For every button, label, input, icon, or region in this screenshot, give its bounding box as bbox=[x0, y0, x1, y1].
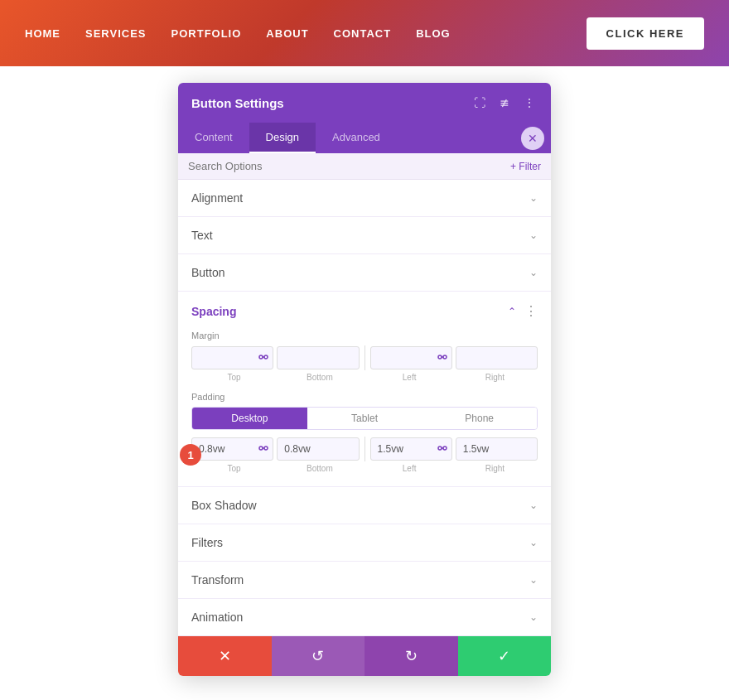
svg-point-0 bbox=[259, 355, 263, 359]
padding-link-left-icon bbox=[258, 444, 268, 454]
accordion-spacing-header[interactable]: Spacing ⌃ ⋮ bbox=[178, 292, 551, 331]
accordion-button-header[interactable]: Button ⌄ bbox=[178, 254, 551, 291]
tab-content[interactable]: Content bbox=[178, 123, 249, 153]
margin-right-input[interactable] bbox=[456, 346, 538, 369]
accordion-alignment-chevron: ⌄ bbox=[529, 192, 538, 204]
margin-left-field bbox=[370, 346, 452, 369]
accordion-animation-label: Animation bbox=[191, 611, 243, 624]
accordion-animation-chevron: ⌄ bbox=[529, 611, 538, 623]
accordion-filters: Filters ⌄ bbox=[178, 524, 551, 562]
panel-header-icons: ⛶ ≢ ⋮ bbox=[471, 94, 538, 111]
svg-point-7 bbox=[264, 447, 268, 450]
padding-right-label: Right bbox=[452, 464, 538, 473]
nav-about[interactable]: About bbox=[266, 27, 308, 40]
accordion-alignment-label: Alignment bbox=[191, 191, 243, 205]
accordion-button: Button ⌄ bbox=[178, 254, 551, 292]
nav-contact[interactable]: Contact bbox=[334, 27, 392, 40]
spacing-more-icon[interactable]: ⋮ bbox=[524, 303, 538, 319]
nav-home[interactable]: Home bbox=[25, 27, 60, 40]
panel-close-button[interactable]: ✕ bbox=[521, 127, 544, 150]
padding-device-tabs: Desktop Tablet Phone bbox=[191, 407, 538, 430]
padding-bottom-label: Bottom bbox=[277, 464, 362, 473]
padding-divider bbox=[364, 437, 365, 461]
accordion-box-shadow-header[interactable]: Box Shadow ⌄ bbox=[178, 487, 551, 524]
filter-button[interactable]: + Filter bbox=[510, 161, 541, 172]
margin-divider bbox=[364, 345, 365, 370]
margin-bottom-label: Bottom bbox=[277, 373, 362, 382]
padding-bottom-input[interactable] bbox=[277, 437, 359, 461]
padding-top-label: Top bbox=[191, 464, 277, 473]
accordion-box-shadow-chevron: ⌄ bbox=[529, 500, 538, 511]
nav-blog[interactable]: Blog bbox=[416, 27, 451, 40]
accordion-alignment: Alignment ⌄ bbox=[178, 180, 551, 217]
device-tab-phone[interactable]: Phone bbox=[422, 408, 537, 429]
accordion-button-label: Button bbox=[191, 266, 224, 279]
padding-fields-row bbox=[191, 437, 538, 461]
accordion-text-header[interactable]: Text ⌄ bbox=[178, 217, 551, 253]
accordion-transform-header[interactable]: Transform ⌄ bbox=[178, 562, 551, 598]
accordion-filters-label: Filters bbox=[191, 536, 223, 549]
margin-right-label: Right bbox=[452, 373, 538, 382]
columns-icon[interactable]: ≢ bbox=[496, 94, 513, 111]
panel-footer: ✕ ↺ ↻ ✓ bbox=[178, 636, 551, 676]
accordion-spacing-label: Spacing bbox=[191, 305, 236, 318]
fullscreen-icon[interactable]: ⛶ bbox=[471, 94, 488, 111]
main-area: Button Settings ⛶ ≢ ⋮ Content Design Adv… bbox=[0, 66, 729, 700]
padding-left-label: Left bbox=[367, 464, 452, 473]
footer-undo-button[interactable]: ↺ bbox=[272, 636, 365, 676]
svg-point-3 bbox=[438, 355, 442, 359]
margin-bottom-input[interactable] bbox=[277, 346, 359, 369]
footer-confirm-button[interactable]: ✓ bbox=[458, 636, 552, 676]
accordion-animation: Animation ⌄ bbox=[178, 599, 551, 636]
padding-left-field bbox=[370, 437, 452, 461]
panel-tabs-row: Content Design Advanced ✕ bbox=[178, 123, 551, 153]
nav-cta-button[interactable]: Click Here bbox=[587, 17, 704, 50]
panel-scroll-area[interactable]: Alignment ⌄ Text ⌄ Button ⌄ bbox=[178, 180, 551, 636]
search-options-input[interactable] bbox=[188, 160, 504, 172]
footer-redo-button[interactable]: ↻ bbox=[364, 636, 458, 676]
svg-point-9 bbox=[438, 447, 442, 450]
margin-bottom-field bbox=[277, 346, 359, 369]
accordion-text: Text ⌄ bbox=[178, 217, 551, 254]
svg-point-6 bbox=[259, 447, 263, 450]
margin-field-labels: Top Bottom Left Right bbox=[191, 373, 538, 382]
spacing-header-icons: ⌃ ⋮ bbox=[508, 303, 538, 319]
spacing-section-content: Margin bbox=[178, 331, 551, 486]
accordion-button-chevron: ⌄ bbox=[529, 267, 538, 278]
accordion-box-shadow: Box Shadow ⌄ bbox=[178, 487, 551, 524]
footer-cancel-button[interactable]: ✕ bbox=[178, 636, 272, 676]
accordion-text-label: Text bbox=[191, 229, 213, 242]
padding-label: Padding bbox=[191, 392, 538, 402]
tab-design[interactable]: Design bbox=[249, 123, 316, 153]
nav-portfolio[interactable]: Portfolio bbox=[171, 27, 242, 40]
device-tab-desktop[interactable]: Desktop bbox=[192, 408, 307, 429]
padding-fields-wrapper: 1 bbox=[191, 437, 538, 473]
margin-right-field bbox=[456, 346, 538, 369]
svg-point-1 bbox=[264, 355, 268, 359]
tab-advanced[interactable]: Advanced bbox=[316, 123, 397, 153]
padding-link-right-icon bbox=[437, 444, 447, 454]
nav-services[interactable]: Services bbox=[85, 27, 147, 40]
device-tab-tablet[interactable]: Tablet bbox=[307, 408, 422, 429]
margin-group: Margin bbox=[191, 331, 538, 382]
accordion-box-shadow-label: Box Shadow bbox=[191, 499, 257, 512]
accordion-animation-header[interactable]: Animation ⌄ bbox=[178, 599, 551, 635]
accordion-alignment-header[interactable]: Alignment ⌄ bbox=[178, 180, 551, 216]
accordion-spacing-chevron: ⌃ bbox=[508, 306, 516, 317]
svg-point-10 bbox=[443, 447, 447, 450]
tabs-group: Content Design Advanced bbox=[178, 123, 397, 153]
margin-left-label: Left bbox=[367, 373, 452, 382]
padding-bottom-field bbox=[277, 437, 359, 461]
accordion-filters-header[interactable]: Filters ⌄ bbox=[178, 524, 551, 561]
margin-link-right-icon bbox=[437, 353, 447, 363]
panel-title: Button Settings bbox=[191, 96, 284, 110]
padding-field-labels: Top Bottom Left Right bbox=[191, 464, 538, 473]
step-badge: 1 bbox=[180, 444, 201, 466]
padding-right-input[interactable] bbox=[456, 437, 538, 461]
more-options-icon[interactable]: ⋮ bbox=[521, 94, 538, 111]
button-settings-panel: Button Settings ⛶ ≢ ⋮ Content Design Adv… bbox=[178, 83, 551, 676]
search-row: + Filter bbox=[178, 153, 551, 180]
margin-top-field bbox=[191, 346, 273, 369]
accordion-spacing: Spacing ⌃ ⋮ Margin bbox=[178, 292, 551, 487]
margin-fields-row bbox=[191, 345, 538, 370]
